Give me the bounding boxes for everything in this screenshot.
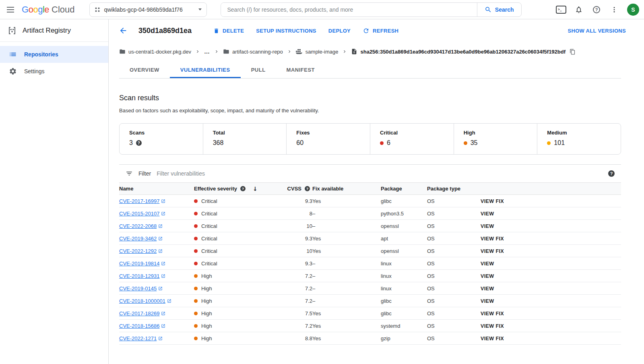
search-button[interactable]: Search [477, 3, 521, 17]
cve-link[interactable]: CVE-2017-16997 [119, 198, 165, 204]
account-avatar[interactable]: S [627, 4, 639, 16]
tab-manifest[interactable]: MANIFEST [276, 61, 325, 78]
view-fix-button[interactable]: VIEW [481, 261, 494, 267]
cvss-value: 9.3 [272, 257, 312, 270]
package-name: systemd [381, 320, 427, 332]
external-link-icon [161, 324, 165, 328]
package-type: OS [427, 207, 481, 220]
package-name: linux [381, 257, 427, 270]
cve-link[interactable]: CVE-2022-2068 [119, 223, 163, 229]
search-input[interactable] [221, 3, 477, 17]
sidebar-item-settings[interactable]: Settings [0, 63, 108, 80]
tab-overview[interactable]: OVERVIEW [119, 61, 170, 78]
package-type: OS [427, 295, 481, 307]
package-type: OS [427, 270, 481, 282]
cve-link[interactable]: CVE-2017-18269 [119, 310, 165, 316]
view-fix-button[interactable]: VIEW [481, 273, 494, 279]
tab-pull[interactable]: PULL [241, 61, 276, 78]
refresh-button[interactable]: REFRESH [357, 24, 404, 37]
fix-available-value: – [312, 220, 381, 232]
cve-link[interactable]: CVE-2022-1271 [119, 335, 163, 341]
cloud-shell-icon [556, 6, 566, 14]
header-actions: DELETE SETUP INSTRUCTIONS DEPLOY REFRESH [208, 24, 404, 37]
more-options-button[interactable] [606, 2, 622, 18]
cvss-value: 7.2 [272, 320, 312, 332]
cve-link[interactable]: CVE-2015-20107 [119, 211, 165, 217]
cvss-value: 8.8 [272, 332, 312, 345]
external-link-icon [158, 286, 163, 291]
hamburger-menu-button[interactable] [2, 2, 19, 18]
notifications-button[interactable] [571, 2, 587, 18]
cve-link[interactable]: CVE-2018-15686 [119, 323, 165, 329]
help-icon[interactable] [608, 170, 615, 177]
search-icon [485, 6, 492, 13]
package-type: OS [427, 332, 481, 345]
table-row: CVE-2018-15686 High 7.2 Yes systemd OS V… [119, 320, 621, 332]
fix-available-value: – [312, 270, 381, 282]
severity-dot [194, 274, 198, 278]
column-header-package-type[interactable]: Package type [427, 183, 481, 195]
scan-results-title: Scan results [119, 94, 621, 102]
breadcrumb-image[interactable]: sample-image [296, 49, 339, 55]
google-logo-letter: g [38, 4, 43, 14]
view-fix-button[interactable]: VIEW [481, 298, 494, 304]
tab-vulnerabilities[interactable]: VULNERABILITIES [170, 61, 241, 78]
breadcrumb-collapsed-button[interactable]: … [204, 48, 210, 55]
deploy-button-label: DEPLOY [328, 28, 351, 34]
view-fix-button[interactable]: VIEW [481, 223, 494, 229]
column-header-cvss[interactable]: CVSS [272, 183, 312, 195]
project-icon [95, 7, 100, 12]
help-icon[interactable] [136, 140, 142, 146]
severity-label: High [201, 310, 212, 316]
severity-label: High [201, 273, 212, 279]
stat-value: 368 [213, 139, 224, 147]
show-all-versions-button[interactable]: SHOW ALL VERSIONS [568, 28, 626, 34]
sort-descending-icon[interactable] [253, 186, 258, 192]
view-fix-button[interactable]: VIEW FIX [481, 236, 504, 242]
setup-instructions-button[interactable]: SETUP INSTRUCTIONS [250, 25, 322, 37]
package-name: openssl [381, 220, 427, 232]
package-name: gzip [381, 332, 427, 345]
view-fix-button[interactable]: VIEW FIX [481, 248, 504, 254]
cve-link[interactable]: CVE-2019-0145 [119, 285, 163, 292]
help-icon[interactable] [240, 186, 246, 191]
view-fix-button[interactable]: VIEW [481, 211, 494, 217]
fix-available-value: Yes [312, 232, 381, 245]
cve-id: CVE-2015-20107 [119, 211, 159, 217]
table-row: CVE-2018-1000001 High 7.2 – glibc OS VIE… [119, 295, 621, 307]
setup-instructions-label: SETUP INSTRUCTIONS [256, 28, 316, 34]
sidebar-item-repositories[interactable]: Repositories [0, 46, 108, 63]
column-header-package[interactable]: Package [381, 183, 427, 195]
view-fix-button[interactable]: VIEW [481, 286, 494, 292]
column-header-severity[interactable]: Effective severity [194, 183, 272, 195]
deploy-button[interactable]: DEPLOY [323, 25, 356, 37]
external-link-icon [158, 236, 163, 241]
cve-link[interactable]: CVE-2022-1292 [119, 248, 163, 254]
help-icon[interactable] [305, 186, 310, 191]
cve-link[interactable]: CVE-2018-1000001 [119, 298, 171, 304]
column-header-fix-available[interactable]: Fix available [312, 183, 381, 195]
back-button[interactable] [115, 23, 131, 39]
view-fix-button[interactable]: VIEW FIX [481, 199, 504, 204]
external-link-icon [161, 311, 165, 316]
filter-input[interactable] [157, 170, 603, 177]
project-selector[interactable]: qwiklabs-gcp-04-986b59da1f76 [89, 2, 207, 17]
view-fix-button[interactable]: VIEW FIX [481, 311, 504, 316]
cve-link[interactable]: CVE-2019-19814 [119, 261, 165, 267]
fix-available-value: Yes [312, 332, 381, 345]
cloud-shell-button[interactable] [553, 2, 569, 18]
cve-link[interactable]: CVE-2018-12931 [119, 273, 165, 279]
breadcrumb-repository[interactable]: artifact-scanning-repo [223, 48, 283, 55]
column-header-name[interactable]: Name [119, 183, 194, 195]
breadcrumb-registry[interactable]: us-central1-docker.pkg.dev [119, 48, 191, 55]
delete-button[interactable]: DELETE [208, 25, 250, 37]
view-fix-button[interactable]: VIEW FIX [481, 323, 504, 329]
copy-digest-button[interactable] [570, 49, 576, 55]
help-button[interactable] [588, 2, 605, 18]
view-fix-button[interactable]: VIEW FIX [481, 336, 504, 341]
cve-link[interactable]: CVE-2019-3462 [119, 236, 163, 242]
vulnerabilities-card: Filter Name Effective severity [119, 164, 621, 345]
chevron-right-icon [195, 49, 200, 54]
stat-label: Scans [129, 130, 203, 136]
table-row: CVE-2019-19814 Critical 9.3 – linux OS V… [119, 257, 621, 270]
